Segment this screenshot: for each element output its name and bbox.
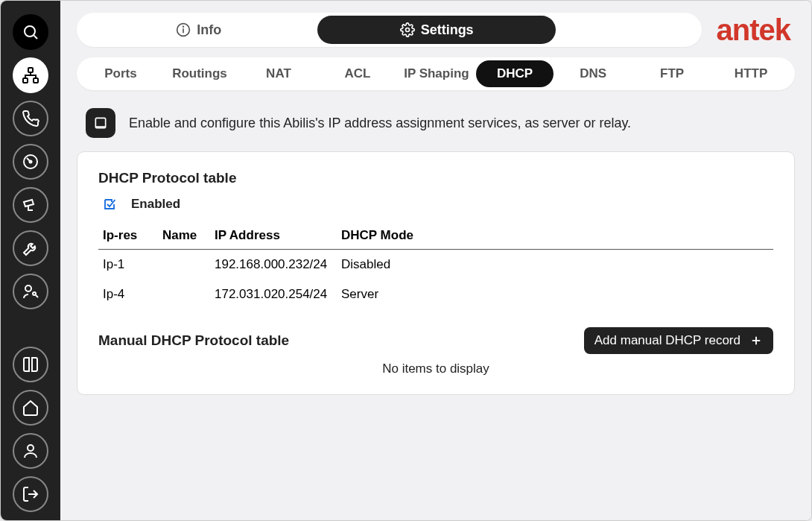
sidebar-logout-button[interactable] xyxy=(13,476,48,512)
wrench-icon xyxy=(22,239,39,257)
svg-point-7 xyxy=(25,285,31,291)
cell-ipres: Ip-4 xyxy=(98,280,158,309)
subtab-dhcp[interactable]: DHCP xyxy=(476,60,554,87)
svg-rect-4 xyxy=(34,78,38,83)
sidebar-admin-button[interactable] xyxy=(13,274,48,309)
svg-rect-2 xyxy=(28,68,33,72)
subtab-dns[interactable]: DNS xyxy=(554,60,632,87)
sidebar-tools-button[interactable] xyxy=(13,230,48,266)
col-ip: IP Address xyxy=(210,222,337,250)
tab-info[interactable]: Info xyxy=(80,16,317,44)
gauge-icon xyxy=(22,153,39,171)
book-icon xyxy=(22,356,39,373)
network-icon xyxy=(22,66,39,84)
subtab-ftp[interactable]: FTP xyxy=(632,60,711,87)
svg-point-13 xyxy=(183,26,184,27)
info-icon xyxy=(176,22,191,37)
cell-ip: 172.031.020.254/24 xyxy=(210,280,337,309)
svg-line-1 xyxy=(34,36,37,39)
enabled-checkbox[interactable] xyxy=(103,198,116,211)
manual-title: Manual DHCP Protocol table xyxy=(98,332,289,349)
subtab-routings[interactable]: Routings xyxy=(160,60,239,87)
cell-name xyxy=(158,280,210,309)
book-open-icon xyxy=(93,116,108,130)
tab-settings[interactable]: Settings xyxy=(317,16,555,44)
user-key-icon xyxy=(22,282,39,300)
col-ipres: Ip-res xyxy=(98,222,158,250)
sidebar-user-button[interactable] xyxy=(13,433,48,469)
subtab-http[interactable]: HTTP xyxy=(711,60,790,87)
home-icon xyxy=(22,399,39,417)
search-icon xyxy=(22,23,39,41)
no-items-text: No items to display xyxy=(98,354,773,376)
description-row: Enable and configure this Abilis's IP ad… xyxy=(77,101,795,141)
tab-settings-label: Settings xyxy=(421,22,474,38)
enabled-label: Enabled xyxy=(131,197,180,212)
description-text: Enable and configure this Abilis's IP ad… xyxy=(129,116,631,131)
svg-point-6 xyxy=(30,161,32,163)
cell-mode: Server xyxy=(337,280,773,309)
manual-row: Manual DHCP Protocol table Add manual DH… xyxy=(98,327,773,354)
subtab-nat[interactable]: NAT xyxy=(239,60,318,87)
cell-ip: 192.168.000.232/24 xyxy=(210,250,337,280)
sidebar-phone-button[interactable] xyxy=(13,101,48,136)
plus-icon xyxy=(749,334,763,347)
top-mode-tabs: Info Settings xyxy=(77,13,702,47)
sidebar-home-button[interactable] xyxy=(13,390,48,426)
col-mode: DHCP Mode xyxy=(337,222,773,250)
subtab-ipshaping[interactable]: IP Shaping xyxy=(397,60,476,87)
logout-icon xyxy=(22,485,39,503)
dhcp-title: DHCP Protocol table xyxy=(98,170,773,186)
cell-name xyxy=(158,250,210,280)
sidebar-docs-button[interactable] xyxy=(13,347,48,382)
brand-logo: antek xyxy=(717,13,796,47)
cell-ipres: Ip-1 xyxy=(98,250,158,280)
phone-icon xyxy=(22,110,39,127)
user-icon xyxy=(22,442,39,460)
sidebar-network-button[interactable] xyxy=(13,57,48,93)
subtab-acl[interactable]: ACL xyxy=(318,60,397,87)
cell-mode: Disabled xyxy=(337,250,773,280)
enabled-row: Enabled xyxy=(98,197,773,212)
add-manual-dhcp-button[interactable]: Add manual DHCP record xyxy=(584,327,773,354)
sidebar-search-button[interactable] xyxy=(13,14,48,50)
table-row[interactable]: Ip-4 172.031.020.254/24 Server xyxy=(98,280,773,309)
subtab-ports[interactable]: Ports xyxy=(81,60,160,87)
svg-rect-3 xyxy=(23,78,28,83)
main-content: Info Settings antek Ports Routings NAT A… xyxy=(60,1,811,520)
tab-info-label: Info xyxy=(197,22,221,38)
table-row[interactable]: Ip-1 192.168.000.232/24 Disabled xyxy=(98,250,773,280)
svg-point-8 xyxy=(33,292,36,295)
col-name: Name xyxy=(158,222,210,250)
svg-point-9 xyxy=(28,445,34,451)
dhcp-card: DHCP Protocol table Enabled Ip-res Name … xyxy=(77,151,795,395)
description-icon-box xyxy=(86,108,115,138)
add-button-label: Add manual DHCP record xyxy=(594,333,740,348)
sidebar-camera-button[interactable] xyxy=(13,187,48,223)
svg-point-14 xyxy=(405,28,409,32)
dhcp-table: Ip-res Name IP Address DHCP Mode Ip-1 19… xyxy=(98,222,773,309)
sidebar xyxy=(1,1,60,520)
sidebar-gauge-button[interactable] xyxy=(13,144,48,180)
camera-icon xyxy=(22,196,39,214)
check-icon xyxy=(103,198,116,211)
sub-tabs: Ports Routings NAT ACL IP Shaping DHCP D… xyxy=(77,57,795,90)
svg-point-0 xyxy=(25,26,35,37)
gear-icon xyxy=(400,22,415,37)
topbar: Info Settings antek xyxy=(77,13,795,47)
